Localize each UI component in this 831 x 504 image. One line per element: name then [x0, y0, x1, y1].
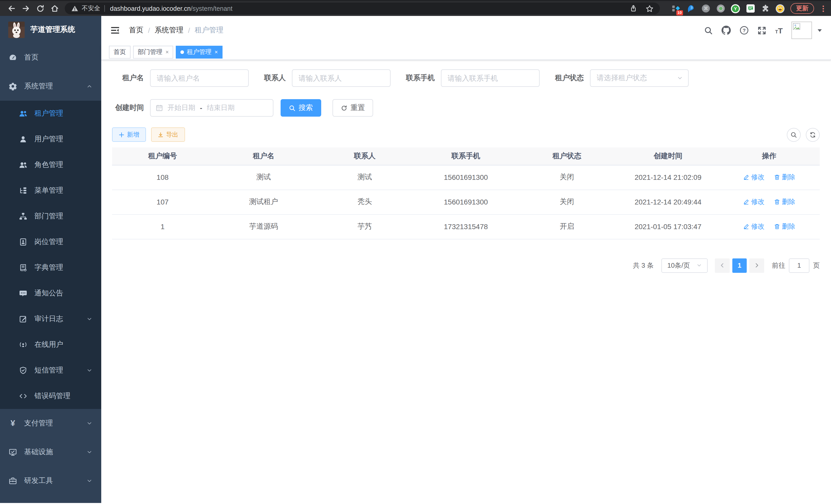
add-button[interactable]: 新增	[112, 127, 146, 142]
sidebar-item-post[interactable]: 岗位管理	[0, 229, 101, 255]
edit-link[interactable]: 修改	[743, 173, 765, 182]
breadcrumb-home[interactable]: 首页	[129, 26, 143, 35]
date-end-placeholder[interactable]: 结束日期	[207, 103, 235, 113]
page-size-select[interactable]: 10条/页	[661, 258, 708, 272]
sidebar-item-audit-log[interactable]: 审计日志	[0, 306, 101, 332]
sidebar-item-dict[interactable]: 字典管理	[0, 255, 101, 280]
sidebar-item-label: 短信管理	[34, 366, 63, 375]
command-extension-icon[interactable]: ⌘	[701, 4, 710, 13]
chat-extension-icon[interactable]	[746, 4, 755, 13]
security-warning-icon[interactable]	[71, 5, 79, 12]
breadcrumb-system[interactable]: 系统管理	[155, 26, 183, 35]
col-status: 租户状态	[516, 147, 618, 165]
back-icon[interactable]	[5, 2, 18, 14]
home-icon[interactable]	[48, 2, 61, 14]
trash-icon	[774, 224, 780, 230]
delete-link[interactable]: 删除	[774, 222, 795, 231]
sidebar-item-sms[interactable]: 短信管理	[0, 358, 101, 383]
sidebar-item-menu[interactable]: 菜单管理	[0, 178, 101, 203]
sidebar-item-label: 菜单管理	[34, 186, 63, 195]
y-circle-extension-icon[interactable]: Y	[731, 4, 740, 13]
cell-name: 测试租户	[213, 189, 314, 214]
logo[interactable]: 芋道管理系统	[0, 16, 101, 43]
show-search-button[interactable]	[787, 128, 801, 142]
goto-label: 前往	[772, 261, 785, 270]
sidebar-item-dept[interactable]: 部门管理	[0, 203, 101, 229]
edit-link[interactable]: 修改	[743, 197, 765, 207]
sidebar-fold-icon[interactable]	[109, 24, 121, 36]
sidebar-item-tenant[interactable]: 租户管理	[0, 101, 101, 126]
help-icon[interactable]: ?	[740, 26, 749, 35]
status-select[interactable]: 请选择租户状态	[590, 69, 689, 87]
github-icon[interactable]	[722, 26, 731, 35]
sidebar-item-role[interactable]: 角色管理	[0, 152, 101, 178]
update-button[interactable]: 更新	[791, 3, 814, 14]
goto-page-input[interactable]	[789, 258, 809, 272]
forward-icon[interactable]	[20, 2, 32, 14]
sidebar-item-user[interactable]: 用户管理	[0, 126, 101, 152]
date-start-placeholder[interactable]: 开始日期	[168, 103, 195, 113]
filter-tenant-name: 租户名	[112, 69, 249, 87]
address-bar[interactable]: 不安全 dashboard.yudao.iocoder.cn/system/te…	[65, 3, 660, 14]
sidebar-item-dev-tools[interactable]: 研发工具	[0, 467, 101, 495]
mobile-input[interactable]	[441, 69, 540, 87]
sidebar-item-error-code[interactable]: 错误码管理	[0, 383, 101, 409]
close-icon[interactable]: ×	[214, 49, 218, 55]
avatar[interactable]	[792, 22, 812, 39]
tab-home[interactable]: 首页	[109, 46, 131, 59]
puzzle-extension-icon[interactable]	[761, 4, 770, 13]
tenant-name-input[interactable]	[150, 69, 249, 87]
close-icon[interactable]: ×	[166, 49, 169, 55]
logo-rabbit-image	[8, 21, 25, 38]
page-1-button[interactable]: 1	[732, 258, 747, 272]
reload-icon[interactable]	[34, 2, 46, 14]
columns-diamond-extension-icon[interactable]: 10	[671, 4, 681, 13]
fullscreen-icon[interactable]	[758, 26, 767, 35]
tab-dept[interactable]: 部门管理 ×	[133, 46, 173, 59]
refresh-button[interactable]	[806, 128, 820, 142]
filter-created: 创建时间 开始日期 - 结束日期	[112, 99, 274, 117]
sidebar-item-home[interactable]: 首页	[0, 43, 101, 72]
sidebar-item-notice[interactable]: 通知公告	[0, 280, 101, 306]
delete-link[interactable]: 删除	[774, 197, 795, 207]
download-icon	[158, 132, 164, 138]
sidebar-item-infra[interactable]: 基础设施	[0, 438, 101, 467]
sidebar-item-pay[interactable]: ¥ 支付管理	[0, 409, 101, 438]
cell-id: 107	[112, 189, 213, 214]
delete-link[interactable]: 删除	[774, 173, 795, 182]
search-button[interactable]: 搜索	[281, 99, 321, 117]
sidebar-item-system[interactable]: 系统管理	[0, 72, 101, 101]
caret-down-icon[interactable]	[818, 29, 822, 32]
kebab-menu-icon[interactable]	[820, 4, 827, 12]
sidebar-item-online-user[interactable]: 在线用户	[0, 332, 101, 358]
font-size-icon[interactable]: TT	[775, 26, 783, 34]
security-label[interactable]: 不安全	[82, 4, 100, 13]
export-button[interactable]: 导出	[151, 127, 185, 142]
prev-page-button[interactable]	[715, 258, 730, 272]
emoji-extension-icon[interactable]	[775, 4, 785, 13]
app-title: 芋道管理系统	[30, 25, 75, 34]
col-tenant-id: 租户编号	[112, 147, 213, 165]
col-tenant-name: 租户名	[213, 147, 314, 165]
url-text[interactable]: dashboard.yudao.iocoder.cn/system/tenant	[110, 5, 233, 12]
filter-mobile: 联系手机	[406, 69, 540, 87]
tab-label: 首页	[114, 48, 126, 57]
breadcrumb-separator: /	[148, 26, 150, 34]
edit-icon	[743, 174, 749, 180]
col-created: 创建时间	[618, 147, 718, 165]
star-icon[interactable]	[646, 4, 654, 12]
contact-input[interactable]	[292, 69, 391, 87]
sidebar-item-label: 用户管理	[34, 135, 63, 144]
edit-link[interactable]: 修改	[743, 222, 765, 231]
reset-button[interactable]: 重置	[333, 99, 373, 117]
date-range-picker[interactable]: 开始日期 - 结束日期	[150, 99, 274, 117]
screen: 不安全 dashboard.yudao.iocoder.cn/system/te…	[0, 0, 831, 504]
green-dot-extension-icon[interactable]	[716, 4, 725, 13]
next-page-button[interactable]	[749, 258, 764, 272]
cell-status: 关闭	[516, 189, 618, 214]
tab-tenant[interactable]: 租户管理 ×	[176, 46, 223, 59]
roles-icon	[19, 161, 27, 169]
share-icon[interactable]	[630, 5, 637, 12]
search-icon[interactable]	[704, 26, 713, 35]
kite-extension-icon[interactable]	[686, 4, 695, 13]
